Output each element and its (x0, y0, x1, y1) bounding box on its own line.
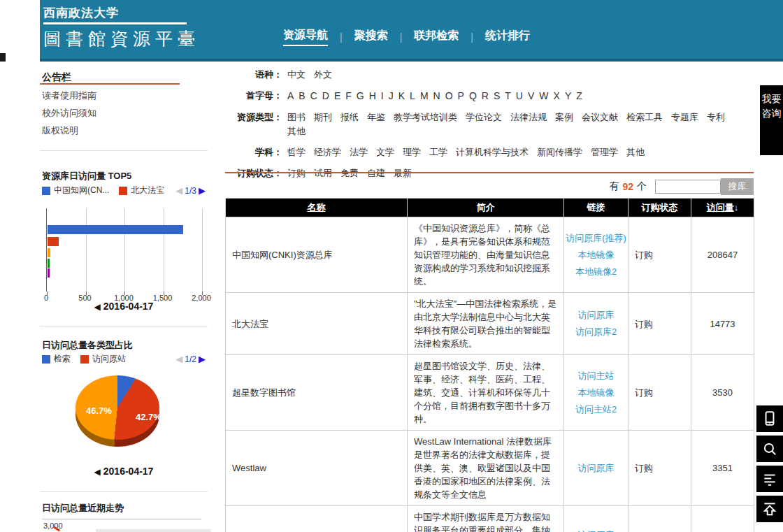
filter-option[interactable]: 哲学 (287, 147, 306, 157)
resource-link[interactable]: 访问原库 (566, 307, 626, 324)
header-name[interactable]: 名称 (226, 199, 408, 217)
filter-option[interactable]: L (410, 90, 415, 101)
filter-option[interactable]: D (322, 90, 329, 101)
resource-description: "北大法宝"—中国法律检索系统，是由北京大学法制信息中心与北大英华科技有限公司联… (408, 293, 564, 355)
filter-option[interactable]: 新闻传播学 (537, 147, 582, 157)
search-button[interactable]: 搜库 (721, 178, 754, 195)
resource-link[interactable]: 访问原库2 (566, 324, 626, 340)
filter-option[interactable]: T (505, 90, 511, 101)
resource-link[interactable]: 访问原库 (566, 527, 626, 532)
filter-option[interactable]: 年鉴 (367, 112, 385, 122)
filter-option[interactable]: 计算机科学与技术 (456, 147, 529, 157)
filter-option[interactable]: 文学 (376, 147, 394, 157)
resource-description: 中国学术期刊数据库是万方数据知识服务平台的重要组成部分，集纳了多种科技、人文和社… (408, 506, 564, 532)
filter-option[interactable]: C (310, 90, 317, 101)
filter-option[interactable]: R (482, 90, 489, 101)
filter-option[interactable]: 报纸 (340, 112, 359, 122)
resource-link[interactable]: 访问原库(推荐) (566, 230, 626, 247)
filter-option[interactable]: W (539, 90, 548, 101)
filter-option[interactable]: O (445, 90, 453, 101)
filter-option[interactable]: G (357, 90, 364, 101)
filter-option[interactable]: K (398, 90, 405, 101)
filter-option[interactable]: 法律法规 (510, 112, 547, 122)
consult-button[interactable]: 我要咨询 (760, 85, 783, 155)
filter-option[interactable]: B (299, 90, 305, 101)
search-icon[interactable] (756, 436, 783, 462)
header-desc: 简介 (408, 199, 564, 217)
announcement-link[interactable]: 版权说明 (42, 122, 96, 139)
filter-option[interactable]: M (420, 90, 429, 101)
filter-option[interactable]: U (516, 90, 523, 101)
prev-date-icon[interactable]: ◀ (94, 302, 101, 312)
resource-link[interactable]: 访问主站2 (566, 401, 626, 418)
filter-option[interactable]: 工学 (429, 147, 447, 157)
pager-label: 1/2 (185, 354, 196, 364)
pager-next-icon[interactable]: ▶ (199, 185, 206, 196)
filter-option[interactable]: 经济学 (314, 147, 341, 157)
nav-item-2[interactable]: 联邦检索 (414, 29, 459, 45)
bar-chart-title: 资源库日访问量 TOP5 (42, 170, 131, 182)
resource-links: 访问原库 (564, 431, 628, 506)
filter-option[interactable]: 其他 (626, 147, 645, 157)
filter-option[interactable]: 图书 (287, 112, 306, 122)
filter-option[interactable]: 案例 (555, 112, 573, 122)
filter-option[interactable]: 管理学 (591, 147, 618, 157)
resource-link[interactable]: 本地镜像 (566, 247, 626, 264)
back-to-top-icon[interactable] (756, 496, 783, 522)
filter-option[interactable]: P (458, 90, 464, 101)
search-input[interactable] (655, 180, 721, 194)
pager-prev-icon[interactable]: ◀ (175, 354, 182, 364)
nav-item-1[interactable]: 聚搜索 (354, 29, 388, 45)
filter-option[interactable]: 外文 (314, 69, 332, 80)
filter-option[interactable]: J (389, 90, 394, 101)
resource-link[interactable]: 本地镜像 (566, 384, 626, 401)
announcement-link[interactable]: 读者使用指南 (42, 87, 96, 104)
pie-chart-date-nav[interactable]: ◀2016-04-17 (40, 466, 208, 477)
filter-option[interactable]: Q (469, 90, 477, 101)
divider (40, 326, 208, 326)
filter-option[interactable]: N (433, 90, 440, 101)
nav-item-3[interactable]: 统计排行 (485, 29, 530, 45)
filter-option[interactable]: Z (576, 90, 582, 101)
filter-option[interactable]: 专题库 (671, 112, 698, 122)
announcement-link[interactable]: 校外访问须知 (42, 104, 96, 122)
nav-item-0[interactable]: 资源导航 (283, 28, 328, 46)
bar-chart-legend: 中国知网(CN...北大法宝◀1/3▶ (42, 185, 206, 196)
resource-visits: 3530 (691, 355, 754, 431)
filter-option[interactable]: 会议文献 (582, 112, 618, 122)
filter-option[interactable]: S (494, 90, 500, 101)
pager-prev-icon[interactable]: ◀ (175, 185, 182, 196)
filter-option[interactable]: 期刊 (314, 112, 332, 122)
filter-option[interactable]: 专利 (707, 112, 725, 122)
filter-option[interactable]: 中文 (287, 69, 306, 80)
feedback-list-icon[interactable] (756, 466, 783, 492)
resource-link[interactable]: 本地镜像2 (566, 264, 626, 280)
header-visits[interactable]: 访问量↓ (691, 199, 754, 217)
filter-option[interactable]: 法学 (350, 147, 368, 157)
bar-series-4 (48, 268, 50, 278)
filter-option[interactable]: 教学考试培训类 (394, 112, 457, 122)
filter-option[interactable]: H (369, 90, 376, 101)
filter-option[interactable]: Y (565, 90, 571, 101)
filter-option[interactable]: I (381, 90, 384, 101)
legend-item: 检索 (42, 353, 71, 365)
filter-option[interactable]: V (528, 90, 534, 101)
university-name: 西南政法大学 (43, 5, 119, 21)
mobile-icon[interactable] (756, 405, 783, 432)
filter-option[interactable]: 其他 (287, 126, 306, 136)
filter-option[interactable]: X (554, 90, 560, 101)
prev-date-icon[interactable]: ◀ (94, 467, 101, 477)
filter-option[interactable]: F (345, 90, 352, 101)
resource-link[interactable]: 访问主站 (566, 368, 626, 384)
legend-label: 检索 (54, 353, 71, 365)
filter-option[interactable]: 检索工具 (626, 112, 663, 122)
filter-option[interactable]: E (334, 90, 340, 101)
filter-option[interactable]: A (287, 90, 294, 101)
filter-row: 首字母：ABCDEFGHIJKLMNOPQRSTUVWXYZ (225, 89, 754, 103)
filter-option[interactable]: 理学 (403, 147, 421, 157)
resource-link[interactable]: 访问原库 (566, 460, 626, 477)
pager-next-icon[interactable]: ▶ (199, 354, 206, 364)
divider (40, 150, 208, 151)
bar-chart-date-nav[interactable]: ◀2016-04-17 (40, 301, 208, 312)
filter-option[interactable]: 学位论文 (466, 112, 502, 122)
